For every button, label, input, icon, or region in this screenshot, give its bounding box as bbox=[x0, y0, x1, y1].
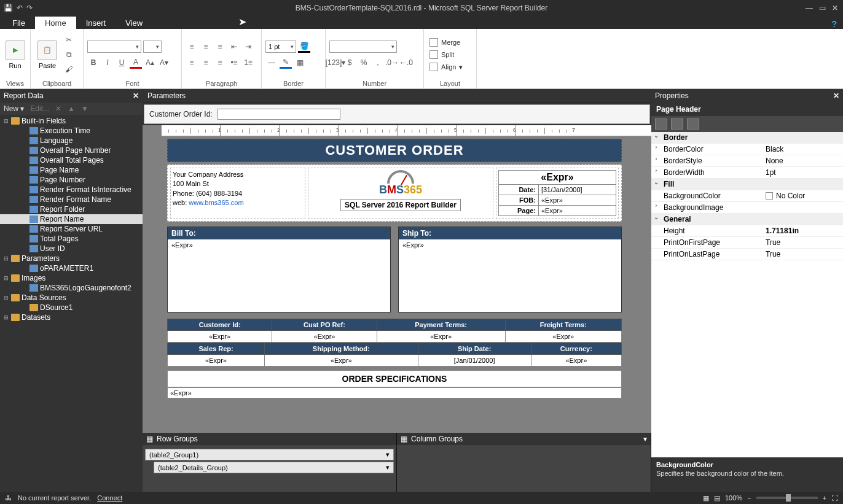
save-icon[interactable]: 💾 bbox=[4, 4, 13, 12]
help-icon[interactable]: ? bbox=[831, 19, 837, 29]
border-width-combo[interactable]: 1 pt bbox=[265, 41, 296, 53]
order-info-table-2[interactable]: Sales Rep:Shipping Method:Ship Date:Curr… bbox=[167, 343, 622, 366]
design-surface[interactable]: 1234567 CUSTOMER ORDER Your Company Addr… bbox=[143, 125, 651, 433]
maximize-button[interactable]: ▭ bbox=[819, 4, 826, 12]
tree-item[interactable]: Language bbox=[0, 136, 143, 145]
placeholder-button[interactable]: [123]▾ bbox=[329, 56, 342, 69]
increase-indent-button[interactable]: ⇥ bbox=[242, 41, 254, 53]
align-middle-button[interactable]: ≡ bbox=[200, 41, 212, 53]
tree-item[interactable]: Overall Page Number bbox=[0, 145, 143, 155]
align-menu-button[interactable]: Align ▾ bbox=[428, 61, 465, 72]
design-view-icon[interactable]: ▦ bbox=[703, 494, 709, 502]
decrease-decimal-button[interactable]: ←.0 bbox=[400, 56, 412, 69]
connect-link[interactable]: Connect bbox=[97, 494, 122, 502]
align-bottom-button[interactable]: ≡ bbox=[214, 41, 226, 53]
border-style-button[interactable]: — bbox=[265, 56, 278, 69]
copy-icon[interactable]: ⧉ bbox=[63, 48, 75, 61]
meta-box[interactable]: «Expr» Date:[31/Jan/2000] FOB:«Expr» Pag… bbox=[496, 168, 619, 219]
italic-button[interactable]: I bbox=[101, 56, 114, 69]
row-group-1[interactable]: (table2_Group1)▾ bbox=[145, 449, 394, 460]
bullets-button[interactable]: •≡ bbox=[228, 56, 240, 69]
minimize-button[interactable]: — bbox=[806, 4, 813, 12]
tree-item[interactable]: oPARAMETER1 bbox=[0, 263, 143, 273]
alphabetical-icon[interactable] bbox=[671, 118, 683, 130]
row-selector-strip[interactable] bbox=[143, 136, 161, 433]
zoom-in-button[interactable]: + bbox=[823, 494, 826, 502]
chevron-down-icon[interactable]: ▾ bbox=[386, 451, 390, 459]
tree-item[interactable]: Execution Time bbox=[0, 126, 143, 136]
tree-item[interactable]: Render Format Name bbox=[0, 195, 143, 204]
percent-button[interactable]: % bbox=[358, 56, 370, 69]
align-center-button[interactable]: ≡ bbox=[200, 56, 212, 69]
report-data-tree[interactable]: ⊟Built-in Fields Execution TimeLanguageO… bbox=[0, 115, 143, 492]
tab-insert[interactable]: Insert bbox=[76, 17, 116, 29]
order-specifications-header[interactable]: ORDER SPECIFICATIONS bbox=[167, 370, 622, 387]
font-size-combo[interactable] bbox=[143, 41, 162, 53]
chevron-down-icon[interactable]: ▾ bbox=[386, 463, 390, 471]
spec-expr-row[interactable]: «Expr» bbox=[167, 387, 622, 398]
close-panel-icon[interactable]: ✕ bbox=[833, 91, 839, 100]
borders-button[interactable]: ▦ bbox=[294, 56, 306, 69]
border-color-button[interactable]: ✎ bbox=[280, 56, 292, 69]
fill-color-button[interactable]: 🪣 bbox=[298, 41, 310, 53]
preview-icon[interactable]: ▤ bbox=[714, 494, 720, 502]
number-format-combo[interactable] bbox=[329, 41, 397, 53]
tree-item[interactable]: Total Pages bbox=[0, 234, 143, 244]
new-button[interactable]: New ▾ bbox=[4, 104, 24, 113]
run-button[interactable]: ▶Run bbox=[4, 41, 26, 69]
close-button[interactable]: ✕ bbox=[832, 4, 838, 12]
tab-home[interactable]: Home bbox=[35, 17, 76, 29]
numbering-button[interactable]: 1≡ bbox=[242, 56, 254, 69]
parameter-input[interactable] bbox=[218, 109, 340, 120]
paste-button[interactable]: 📋Paste bbox=[34, 41, 60, 69]
groups-menu-icon[interactable]: ▾ bbox=[643, 435, 647, 443]
align-left-button[interactable]: ≡ bbox=[186, 56, 198, 69]
cut-icon[interactable]: ✂ bbox=[63, 34, 75, 46]
tree-item[interactable]: Report Name bbox=[0, 214, 143, 224]
logo-box[interactable]: BMS365 SQL Server 2016 Report Builder bbox=[308, 168, 493, 219]
split-button[interactable]: Split bbox=[428, 49, 465, 60]
ship-to-box[interactable]: Ship To:«Expr» bbox=[398, 227, 622, 312]
decrease-indent-button[interactable]: ⇤ bbox=[228, 41, 240, 53]
shrink-font-button[interactable]: A▾ bbox=[158, 56, 170, 69]
tree-item[interactable]: BMS365LogoGaugenofont2 bbox=[0, 283, 143, 293]
group-number-label: Number bbox=[329, 79, 420, 87]
tree-item[interactable]: Render Format IsInteractive bbox=[0, 185, 143, 195]
tab-view[interactable]: View bbox=[116, 17, 152, 29]
order-info-table-1[interactable]: Customer Id:Cust PO Ref:Payment Terms:Fr… bbox=[167, 319, 622, 343]
thousands-button[interactable]: , bbox=[372, 56, 384, 69]
redo-icon[interactable]: ↷ bbox=[26, 4, 33, 12]
close-panel-icon[interactable]: ✕ bbox=[133, 91, 139, 100]
formatpainter-icon[interactable]: 🖌 bbox=[63, 63, 75, 76]
row-group-2[interactable]: (table2_Details_Group)▾ bbox=[154, 462, 394, 473]
align-right-button[interactable]: ≡ bbox=[214, 56, 226, 69]
report-title[interactable]: CUSTOMER ORDER bbox=[167, 139, 622, 162]
tree-item[interactable]: DSource1 bbox=[0, 303, 143, 312]
company-url-link[interactable]: www.bms365.com bbox=[189, 199, 243, 206]
tab-file[interactable]: File bbox=[2, 17, 35, 29]
fit-page-icon[interactable]: ⛶ bbox=[831, 494, 838, 502]
tree-item[interactable]: Page Number bbox=[0, 175, 143, 185]
bill-to-box[interactable]: Bill To:«Expr» bbox=[167, 227, 391, 312]
currency-button[interactable]: $ bbox=[343, 56, 356, 69]
increase-decimal-button[interactable]: .0→ bbox=[386, 56, 398, 69]
grow-font-button[interactable]: A▴ bbox=[144, 56, 156, 69]
property-grid[interactable]: ⌄Border ›BorderColorBlack ›BorderStyleNo… bbox=[651, 132, 843, 457]
tree-item[interactable]: Report Server URL bbox=[0, 224, 143, 234]
font-color-button[interactable]: A bbox=[130, 56, 142, 69]
property-pages-icon[interactable] bbox=[687, 118, 699, 130]
tree-item[interactable]: Page Name bbox=[0, 165, 143, 175]
tree-item[interactable]: User ID bbox=[0, 244, 143, 254]
bold-button[interactable]: B bbox=[87, 56, 100, 69]
zoom-slider[interactable] bbox=[756, 497, 818, 499]
font-family-combo[interactable] bbox=[87, 41, 141, 53]
tree-item[interactable]: Overall Total Pages bbox=[0, 155, 143, 165]
underline-button[interactable]: U bbox=[116, 56, 128, 69]
zoom-out-button[interactable]: − bbox=[747, 494, 751, 502]
align-top-button[interactable]: ≡ bbox=[186, 41, 198, 53]
undo-icon[interactable]: ↶ bbox=[17, 4, 23, 12]
merge-button[interactable]: Merge bbox=[428, 37, 465, 48]
company-address-box[interactable]: Your Company Address 100 Main St Phone: … bbox=[170, 168, 305, 219]
tree-item[interactable]: Report Folder bbox=[0, 204, 143, 214]
categorized-icon[interactable] bbox=[655, 118, 667, 130]
